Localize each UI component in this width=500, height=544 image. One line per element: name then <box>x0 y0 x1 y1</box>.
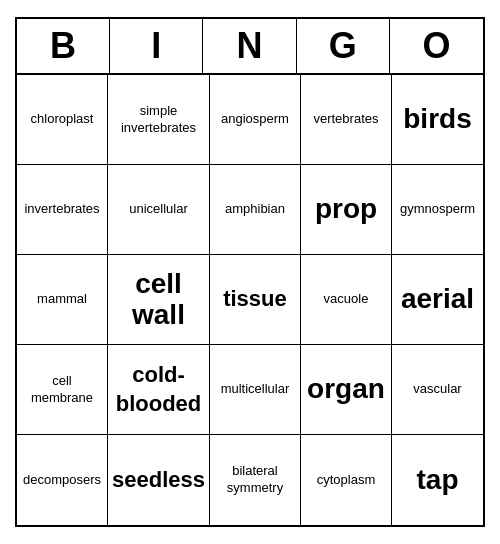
cell-text-4: birds <box>403 104 471 135</box>
cell-text-12: tissue <box>223 285 287 314</box>
cell-text-24: tap <box>416 465 458 496</box>
bingo-card: BINGO chloroplastsimple invertebratesang… <box>15 17 485 527</box>
cell-text-19: vascular <box>413 381 461 398</box>
header-letter: N <box>203 19 296 73</box>
grid-cell-9: gymnosperm <box>392 165 483 255</box>
cell-text-8: prop <box>315 194 377 225</box>
grid-cell-24: tap <box>392 435 483 525</box>
cell-text-23: cytoplasm <box>317 472 376 489</box>
header-letter: G <box>297 19 390 73</box>
grid-cell-17: multicellular <box>210 345 301 435</box>
grid-cell-1: simple invertebrates <box>108 75 210 165</box>
cell-text-1: simple invertebrates <box>112 103 205 137</box>
header-letter: B <box>17 19 110 73</box>
grid-cell-11: cell wall <box>108 255 210 345</box>
cell-text-22: bilateral symmetry <box>214 463 296 497</box>
cell-text-20: decomposers <box>23 472 101 489</box>
cell-text-18: organ <box>307 374 385 405</box>
bingo-grid: chloroplastsimple invertebratesangiosper… <box>17 75 483 525</box>
cell-text-13: vacuole <box>324 291 369 308</box>
grid-cell-0: chloroplast <box>17 75 108 165</box>
cell-text-15: cell membrane <box>21 373 103 407</box>
cell-text-17: multicellular <box>221 381 290 398</box>
cell-text-3: vertebrates <box>313 111 378 128</box>
cell-text-16: cold-blooded <box>112 361 205 418</box>
grid-cell-4: birds <box>392 75 483 165</box>
grid-cell-3: vertebrates <box>301 75 392 165</box>
cell-text-2: angiosperm <box>221 111 289 128</box>
cell-text-21: seedless <box>112 466 205 495</box>
bingo-header: BINGO <box>17 19 483 75</box>
cell-text-9: gymnosperm <box>400 201 475 218</box>
cell-text-10: mammal <box>37 291 87 308</box>
cell-text-6: unicellular <box>129 201 188 218</box>
grid-cell-18: organ <box>301 345 392 435</box>
grid-cell-16: cold-blooded <box>108 345 210 435</box>
grid-cell-19: vascular <box>392 345 483 435</box>
grid-cell-12: tissue <box>210 255 301 345</box>
cell-text-11: cell wall <box>112 269 205 331</box>
cell-text-14: aerial <box>401 284 474 315</box>
grid-cell-22: bilateral symmetry <box>210 435 301 525</box>
cell-text-0: chloroplast <box>31 111 94 128</box>
grid-cell-20: decomposers <box>17 435 108 525</box>
grid-cell-10: mammal <box>17 255 108 345</box>
grid-cell-7: amphibian <box>210 165 301 255</box>
grid-cell-15: cell membrane <box>17 345 108 435</box>
header-letter: I <box>110 19 203 73</box>
grid-cell-2: angiosperm <box>210 75 301 165</box>
grid-cell-8: prop <box>301 165 392 255</box>
grid-cell-6: unicellular <box>108 165 210 255</box>
grid-cell-5: invertebrates <box>17 165 108 255</box>
grid-cell-13: vacuole <box>301 255 392 345</box>
cell-text-5: invertebrates <box>24 201 99 218</box>
grid-cell-14: aerial <box>392 255 483 345</box>
grid-cell-21: seedless <box>108 435 210 525</box>
cell-text-7: amphibian <box>225 201 285 218</box>
grid-cell-23: cytoplasm <box>301 435 392 525</box>
header-letter: O <box>390 19 483 73</box>
